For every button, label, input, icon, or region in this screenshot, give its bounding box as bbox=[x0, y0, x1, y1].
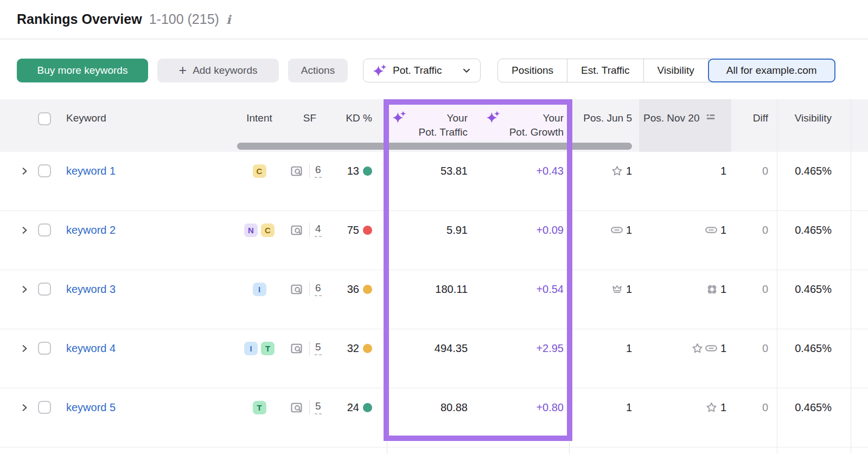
row-checkbox[interactable] bbox=[38, 401, 51, 414]
view-tab-visibility[interactable]: Visibility bbox=[644, 59, 709, 82]
select-all-checkbox[interactable] bbox=[38, 112, 51, 125]
column-header-pos-nov20[interactable]: Pos. Nov 20 bbox=[643, 111, 730, 125]
rankings-overview-panel: Rankings Overview 1-100 (215) i Buy more… bbox=[0, 0, 868, 454]
pot-growth-value: +2.95 bbox=[484, 340, 564, 356]
expand-row-chevron-icon[interactable] bbox=[20, 222, 33, 238]
view-tab-est-traffic[interactable]: Est. Traffic bbox=[567, 59, 643, 82]
sort-icon[interactable] bbox=[705, 111, 717, 126]
divider bbox=[309, 282, 310, 296]
keyword-link[interactable]: keyword 3 bbox=[66, 281, 224, 297]
column-header-pot-traffic[interactable]: Your Pot. Traffic bbox=[390, 111, 468, 139]
table-row: keyword 1 C 6 13 53.81 +0.43 1 1 0 0.465… bbox=[0, 152, 868, 211]
intent-badges: T bbox=[231, 399, 288, 415]
expand-row-chevron-icon[interactable] bbox=[20, 399, 33, 415]
column-header-sf[interactable]: SF bbox=[286, 111, 333, 125]
kd-level-dot bbox=[363, 167, 372, 176]
kd-value: 75 bbox=[347, 224, 359, 236]
serp-features-icon[interactable] bbox=[290, 283, 303, 296]
pos-jun5-value: 1 bbox=[626, 342, 632, 355]
sf-count[interactable]: 5 bbox=[315, 341, 322, 355]
expand-row-chevron-icon[interactable] bbox=[20, 281, 33, 297]
keyword-link[interactable]: keyword 1 bbox=[66, 163, 224, 179]
keyword-link[interactable]: keyword 4 bbox=[66, 340, 224, 356]
actions-button[interactable]: Actions bbox=[288, 59, 348, 82]
column-header-kd[interactable]: KD % bbox=[329, 111, 372, 125]
intent-badges: NC bbox=[231, 222, 288, 238]
keyword-link[interactable]: keyword 5 bbox=[66, 399, 224, 415]
pot-traffic-value: 5.91 bbox=[390, 222, 468, 238]
buy-more-keywords-button[interactable]: Buy more keywords bbox=[17, 59, 148, 82]
serp-features-icon[interactable] bbox=[290, 223, 303, 237]
column-header-intent[interactable]: Intent bbox=[231, 111, 288, 125]
row-checkbox[interactable] bbox=[38, 164, 51, 177]
pos-jun5-cell: 1 bbox=[577, 222, 632, 238]
divider bbox=[0, 39, 868, 40]
serp-features-icon[interactable] bbox=[290, 164, 303, 178]
metric-dropdown-label: Pot. Traffic bbox=[393, 65, 442, 76]
expand-row-chevron-icon[interactable] bbox=[20, 163, 33, 179]
table-row: keyword 4 IT 5 32 494.35 +2.95 1 1 0 0.4… bbox=[0, 329, 868, 388]
diff-value: 0 bbox=[742, 222, 768, 238]
divider bbox=[309, 164, 310, 178]
table-row: keyword 3 I 6 36 180.11 +0.54 1 1 0 0.46… bbox=[0, 270, 868, 329]
row-checkbox[interactable] bbox=[38, 283, 51, 296]
sf-count[interactable]: 4 bbox=[315, 223, 322, 237]
star-icon bbox=[705, 401, 718, 414]
column-header-visibility[interactable]: Visibility bbox=[780, 111, 832, 125]
sf-count[interactable]: 6 bbox=[315, 164, 322, 178]
visibility-value: 0.465% bbox=[780, 340, 832, 356]
column-header-diff[interactable]: Diff bbox=[742, 111, 768, 125]
intent-badge-I: I bbox=[244, 342, 258, 355]
serp-features-icon[interactable] bbox=[290, 401, 303, 414]
intent-badge-N: N bbox=[244, 223, 258, 237]
pos-nov20-cell: 1 bbox=[643, 399, 726, 415]
kd-level-dot bbox=[363, 403, 372, 412]
intent-badges: C bbox=[231, 163, 288, 179]
diff-value: 0 bbox=[742, 340, 768, 356]
visibility-value: 0.465% bbox=[780, 281, 832, 297]
pos-nov20-value: 1 bbox=[720, 283, 726, 296]
column-divider bbox=[569, 441, 570, 454]
column-header-keyword[interactable]: Keyword bbox=[66, 111, 106, 125]
pot-traffic-value: 53.81 bbox=[390, 163, 468, 179]
pot-growth-value: +0.80 bbox=[484, 399, 564, 415]
view-tab-all-for-example-com[interactable]: All for example.com bbox=[708, 59, 835, 82]
chevron-down-icon bbox=[462, 66, 471, 75]
pot-growth-value: +0.43 bbox=[484, 163, 564, 179]
diff-value: 0 bbox=[742, 281, 768, 297]
keyword-link[interactable]: keyword 2 bbox=[66, 222, 224, 238]
pos-nov20-value: 1 bbox=[720, 342, 726, 355]
visibility-value: 0.465% bbox=[780, 399, 832, 415]
pos-jun5-cell: 1 bbox=[577, 340, 632, 356]
row-checkbox[interactable] bbox=[38, 342, 51, 355]
intent-badge-T: T bbox=[253, 401, 266, 414]
table-header: Keyword Intent SF KD % Your Pot. Traffic… bbox=[0, 99, 868, 152]
plus-icon: + bbox=[179, 63, 187, 78]
table-row: keyword 2 NC 4 75 5.91 +0.09 1 1 0 0.465… bbox=[0, 211, 868, 270]
intent-badge-T: T bbox=[261, 342, 275, 355]
serp-features-icon[interactable] bbox=[290, 342, 303, 355]
kd-value: 32 bbox=[347, 342, 359, 355]
sf-count[interactable]: 6 bbox=[315, 282, 322, 296]
star-icon bbox=[611, 165, 623, 177]
column-header-pos-jun5[interactable]: Pos. Jun 5 bbox=[577, 111, 632, 125]
metric-dropdown[interactable]: Pot. Traffic bbox=[363, 59, 481, 82]
column-header-pot-growth[interactable]: Your Pot. Growth bbox=[484, 111, 564, 139]
kd-cell: 13 bbox=[329, 163, 372, 179]
visibility-value: 0.465% bbox=[780, 222, 832, 238]
add-keywords-button[interactable]: + Add keywords bbox=[157, 59, 279, 82]
row-checkbox[interactable] bbox=[38, 223, 51, 236]
pot-traffic-value: 494.35 bbox=[390, 340, 468, 356]
pos-jun5-cell: 1 bbox=[577, 281, 632, 297]
sf-count[interactable]: 5 bbox=[315, 400, 322, 414]
pot-traffic-value: 180.11 bbox=[390, 281, 468, 297]
divider bbox=[309, 223, 310, 237]
expand-row-chevron-icon[interactable] bbox=[20, 340, 33, 356]
info-icon[interactable]: i bbox=[226, 12, 231, 27]
horizontal-scrollbar[interactable] bbox=[237, 143, 632, 150]
kd-level-dot bbox=[363, 285, 372, 294]
divider bbox=[309, 400, 310, 414]
pos-jun5-value: 1 bbox=[626, 224, 632, 236]
pos-nov20-cell: 1 bbox=[643, 281, 726, 297]
view-tab-positions[interactable]: Positions bbox=[498, 59, 567, 82]
